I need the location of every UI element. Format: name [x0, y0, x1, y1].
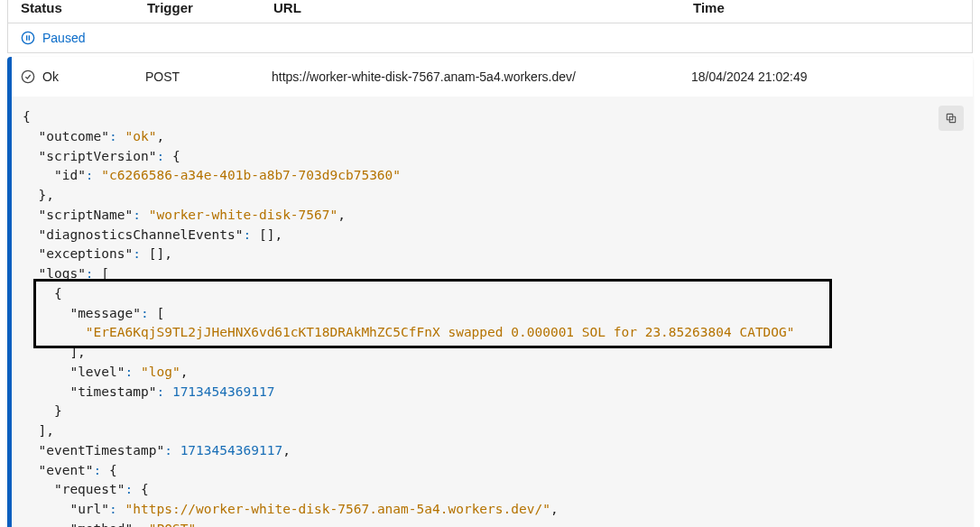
svg-point-3	[22, 70, 33, 82]
log-entry[interactable]: Ok POST https://worker-white-disk-7567.a…	[7, 57, 973, 527]
status-cell: Ok	[21, 69, 145, 84]
table-header: Status Trigger URL Time	[7, 0, 973, 23]
json-code-block: { "outcome": "ok", "scriptVersion": { "i…	[12, 97, 973, 527]
copy-icon	[945, 112, 957, 125]
paused-row[interactable]: Paused	[7, 23, 973, 53]
svg-point-0	[22, 32, 33, 43]
copy-button[interactable]	[938, 106, 964, 131]
pause-icon	[21, 31, 35, 45]
header-time: Time	[693, 0, 959, 15]
time-cell: 18/04/2024 21:02:49	[691, 69, 964, 84]
paused-label: Paused	[42, 31, 85, 45]
log-header: Ok POST https://worker-white-disk-7567.a…	[12, 57, 973, 97]
header-trigger: Trigger	[147, 0, 273, 15]
url-cell: https://worker-white-disk-7567.anam-5a4.…	[272, 69, 691, 84]
header-url: URL	[273, 0, 693, 15]
header-status: Status	[21, 0, 147, 15]
trigger-cell: POST	[145, 69, 272, 84]
json-pre: { "outcome": "ok", "scriptVersion": { "i…	[23, 107, 962, 527]
status-text: Ok	[42, 69, 59, 84]
check-circle-icon	[21, 69, 35, 84]
